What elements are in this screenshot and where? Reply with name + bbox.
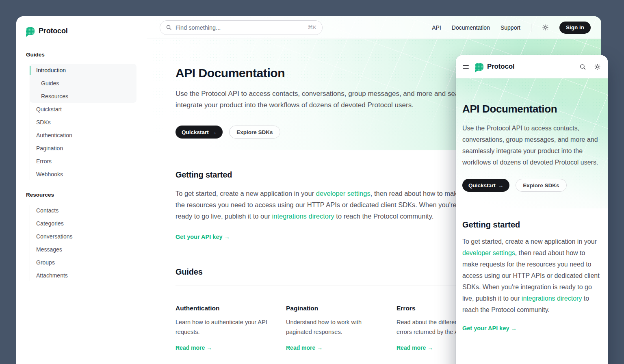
sidebar-item-webhooks[interactable]: Webhooks (30, 168, 136, 181)
arrow-right-icon: → (317, 344, 323, 351)
page-title: API Documentation (462, 103, 601, 115)
quickstart-button[interactable]: Quickstart→ (176, 126, 223, 139)
sidebar-guides-list: Introduction Guides Resources Quickstart… (30, 64, 136, 181)
speech-bubble-icon (26, 27, 35, 35)
card-title: Authentication (176, 305, 275, 312)
sidebar-item-resources-anchor[interactable]: Resources (30, 90, 136, 103)
card-title: Pagination (286, 305, 385, 312)
sidebar-item-errors[interactable]: Errors (30, 155, 136, 168)
search-input[interactable]: Find something... ⌘K (160, 20, 323, 35)
read-more-link[interactable]: Read more → (286, 344, 323, 351)
integrations-directory-link[interactable]: integrations directory (522, 295, 582, 302)
sidebar-item-sdks[interactable]: SDKs (30, 116, 136, 129)
arrow-right-icon: → (427, 344, 433, 351)
arrow-right-icon: → (206, 344, 212, 351)
sign-in-button[interactable]: Sign in (559, 22, 591, 34)
search-icon[interactable] (579, 63, 586, 70)
getting-started-section: Getting started To get started, create a… (462, 220, 601, 332)
theme-toggle-sun-icon[interactable] (594, 63, 601, 70)
sidebar-resources-list: Contacts Categories Conversations Messag… (30, 204, 136, 282)
explore-sdks-button[interactable]: Explore SDKs (229, 126, 280, 139)
brand-logo[interactable]: Protocol (16, 16, 146, 35)
active-item-marker (30, 66, 30, 75)
sidebar-item-attachments[interactable]: Attachments (30, 269, 136, 282)
speech-bubble-icon (475, 63, 483, 71)
sidebar-item-contacts[interactable]: Contacts (30, 204, 136, 217)
page-intro: Use the Protocol API to access contacts,… (462, 123, 601, 168)
hamburger-menu-icon[interactable] (463, 64, 469, 69)
get-api-key-link[interactable]: Get your API key → (462, 325, 517, 332)
arrow-right-icon: → (224, 234, 230, 240)
sidebar: Protocol Guides Introduction Guides Reso… (16, 16, 146, 364)
mobile-top-bar: Protocol (456, 55, 608, 78)
arrow-right-icon: → (211, 129, 217, 135)
sidebar-item-conversations[interactable]: Conversations (30, 230, 136, 243)
sidebar-item-messages[interactable]: Messages (30, 243, 136, 256)
getting-started-heading: Getting started (462, 220, 601, 230)
sidebar-item-introduction[interactable]: Introduction (30, 64, 136, 77)
theme-toggle-sun-icon[interactable] (542, 24, 549, 31)
card-body: Learn how to authenticate your API reque… (176, 317, 275, 337)
getting-started-body: To get started, create a new application… (462, 236, 601, 316)
developer-settings-link[interactable]: developer settings (316, 190, 370, 197)
sidebar-item-groups[interactable]: Groups (30, 256, 136, 269)
read-more-link[interactable]: Read more → (176, 344, 212, 351)
arrow-right-icon: → (498, 182, 504, 188)
brand-logo[interactable]: Protocol (475, 63, 515, 71)
mobile-main-content: API Documentation Use the Protocol API t… (456, 78, 608, 332)
sidebar-section-label-guides: Guides (26, 52, 136, 58)
developer-settings-link[interactable]: developer settings (462, 249, 515, 256)
integrations-directory-link[interactable]: integrations directory (272, 212, 334, 220)
brand-name: Protocol (487, 63, 515, 71)
guide-card-authentication: Authentication Learn how to authenticate… (176, 305, 275, 351)
mobile-preview-window: Protocol API Documentation Use the Proto… (456, 55, 608, 364)
sidebar-section-label-resources: Resources (26, 192, 136, 198)
guide-card-pagination: Pagination Understand how to work with p… (286, 305, 385, 351)
divider (531, 24, 531, 32)
search-placeholder: Find something... (176, 24, 221, 31)
read-more-link[interactable]: Read more → (396, 344, 433, 351)
nav-link-api[interactable]: API (432, 24, 441, 31)
arrow-right-icon: → (511, 325, 517, 332)
magnifier-icon (166, 24, 172, 30)
nav-link-documentation[interactable]: Documentation (452, 24, 490, 31)
card-body: Understand how to work with paginated re… (286, 317, 385, 337)
search-shortcut: ⌘K (308, 24, 316, 30)
sidebar-item-pagination[interactable]: Pagination (30, 142, 136, 155)
sidebar-item-quickstart[interactable]: Quickstart (30, 103, 136, 116)
get-api-key-link[interactable]: Get your API key → (176, 234, 230, 240)
sidebar-item-guides-anchor[interactable]: Guides (30, 77, 136, 90)
nav-link-support[interactable]: Support (500, 24, 520, 31)
explore-sdks-button[interactable]: Explore SDKs (516, 179, 566, 192)
sidebar-item-categories[interactable]: Categories (30, 217, 136, 230)
sidebar-item-authentication[interactable]: Authentication (30, 129, 136, 142)
quickstart-button[interactable]: Quickstart→ (462, 179, 509, 192)
top-bar: Find something... ⌘K API Documentation S… (147, 16, 601, 39)
brand-name: Protocol (39, 27, 68, 35)
